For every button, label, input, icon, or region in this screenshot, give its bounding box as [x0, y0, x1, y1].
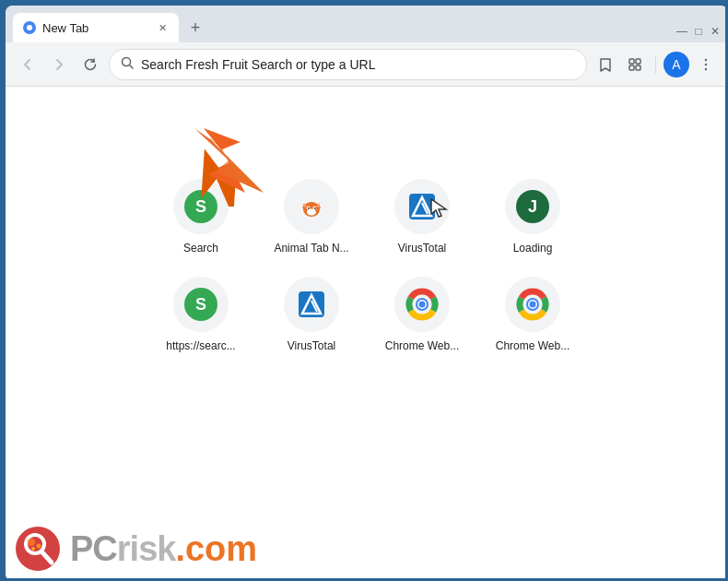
- speed-dial-chrome-web-2[interactable]: Chrome Web...: [487, 277, 579, 352]
- svg-point-43: [28, 539, 35, 546]
- window-controls: — □ ✕: [676, 26, 721, 42]
- virustotal-2-dial-label: VirusTotal: [288, 339, 335, 352]
- svg-point-35: [419, 302, 426, 308]
- svg-point-45: [31, 547, 35, 551]
- svg-rect-4: [636, 59, 640, 64]
- menu-button[interactable]: [693, 52, 719, 77]
- svg-point-21: [314, 208, 316, 209]
- search-dial-icon-wrapper: S: [173, 179, 229, 234]
- speed-dial-virustotal-1[interactable]: VirusTotal: [376, 179, 468, 255]
- speed-dial-animal-tab[interactable]: Animal Tab N...: [265, 179, 358, 255]
- search-dial-icon: S: [184, 190, 217, 223]
- chrome-web-2-icon: [516, 288, 549, 321]
- svg-point-40: [16, 527, 60, 571]
- animal-tab-dial-label: Animal Tab N...: [274, 242, 348, 255]
- chrome-web-2-dial-label: Chrome Web...: [496, 339, 569, 352]
- speed-dial-search[interactable]: S Search: [155, 179, 247, 255]
- address-input[interactable]: [141, 57, 575, 72]
- page-content: S Search: [6, 87, 728, 581]
- virustotal-2-icon: [295, 288, 328, 321]
- virustotal-2-icon-wrapper: [284, 277, 339, 332]
- tab-favicon: [22, 20, 37, 35]
- forward-button[interactable]: [46, 52, 72, 77]
- svg-point-44: [37, 544, 41, 549]
- bookmark-button[interactable]: [593, 52, 618, 77]
- address-bar[interactable]: [109, 49, 587, 80]
- search-dial-label: Search: [183, 242, 218, 255]
- toolbar: A: [6, 42, 728, 87]
- svg-point-17: [307, 209, 316, 216]
- https-search-dial-label: https://searc...: [166, 339, 235, 352]
- chrome-web-1-dial-label: Chrome Web...: [385, 339, 459, 352]
- reload-button[interactable]: [77, 52, 103, 77]
- svg-point-8: [705, 63, 707, 65]
- animal-tab-icon: [295, 190, 328, 223]
- animal-tab-icon-wrapper: [284, 179, 339, 234]
- speed-dial-chrome-web-1[interactable]: Chrome Web...: [376, 277, 468, 352]
- virustotal-1-icon-wrapper: [394, 179, 450, 234]
- speed-dial-virustotal-2[interactable]: VirusTotal: [265, 277, 358, 352]
- virustotal-1-dial-label: VirusTotal: [398, 242, 446, 255]
- active-tab[interactable]: New Tab ✕: [13, 13, 179, 42]
- minimize-button[interactable]: —: [676, 26, 687, 37]
- close-button[interactable]: ✕: [710, 26, 721, 37]
- pcrisk-logo-icon: [15, 526, 61, 572]
- browser-window: New Tab ✕ + — □ ✕: [6, 6, 728, 581]
- svg-point-20: [308, 208, 310, 209]
- toolbar-divider: [655, 55, 656, 74]
- loading-dial-label: Loading: [513, 242, 553, 255]
- svg-point-9: [705, 67, 707, 69]
- tab-close-button[interactable]: ✕: [155, 20, 170, 35]
- chrome-web-1-icon-wrapper: [394, 277, 450, 332]
- svg-rect-3: [629, 59, 634, 64]
- maximize-button[interactable]: □: [693, 26, 704, 37]
- extensions-button[interactable]: [622, 52, 648, 77]
- svg-rect-5: [629, 65, 634, 70]
- svg-point-39: [530, 302, 536, 308]
- new-tab-button[interactable]: +: [182, 15, 208, 41]
- chrome-web-2-icon-wrapper: [505, 277, 560, 332]
- svg-point-1: [27, 25, 32, 30]
- https-search-icon-wrapper: S: [173, 277, 229, 332]
- toolbar-right: A: [593, 52, 719, 77]
- virustotal-1-icon: [405, 190, 439, 223]
- chrome-web-1-icon: [405, 288, 439, 321]
- speed-dial-grid: S Search: [155, 179, 579, 352]
- speed-dial-https-search[interactable]: S https://searc...: [155, 277, 247, 352]
- search-icon: [121, 56, 134, 72]
- speed-dial-loading[interactable]: J Loading: [487, 179, 579, 255]
- back-button[interactable]: [15, 52, 41, 77]
- https-search-dial-icon: S: [184, 288, 217, 321]
- svg-rect-6: [636, 65, 640, 70]
- pcrisk-watermark: PCrisk.com: [15, 526, 257, 572]
- tab-bar: New Tab ✕ + — □ ✕: [6, 6, 728, 42]
- tab-title: New Tab: [42, 21, 149, 35]
- loading-icon-wrapper: J: [505, 179, 560, 234]
- loading-dial-icon: J: [516, 190, 549, 223]
- pcrisk-text: PCrisk.com: [70, 529, 257, 569]
- svg-point-7: [705, 58, 707, 60]
- profile-button[interactable]: A: [663, 52, 689, 77]
